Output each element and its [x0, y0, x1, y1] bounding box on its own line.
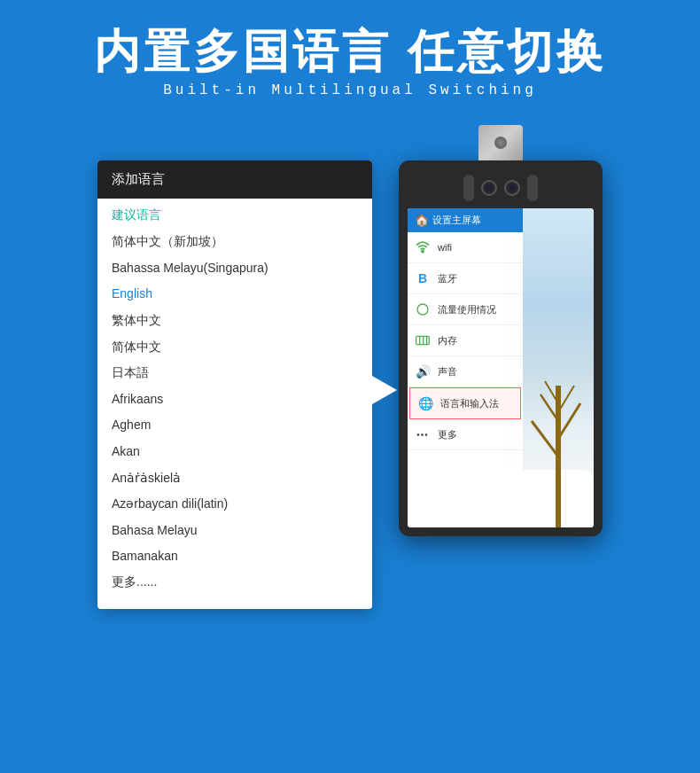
settings-header: 🏠 设置主屏幕 [408, 208, 523, 232]
device-screen: 🏠 设置主屏幕 wifiB蓝牙流量使用情况内存🔊声音🌐语言和输入法•••更多 [408, 208, 594, 527]
menu-item-language[interactable]: 🌐语言和输入法 [409, 387, 521, 419]
device-wrapper: 🏠 设置主屏幕 wifiB蓝牙流量使用情况内存🔊声音🌐语言和输入法•••更多 [399, 125, 603, 536]
device-mount [478, 125, 523, 160]
svg-line-1 [532, 421, 558, 457]
language-list-more: 更多...... [112, 570, 358, 595]
sensor-row [408, 169, 594, 208]
language-list-item[interactable]: Akan [112, 439, 358, 465]
main-title: 内置多国语言 任意切换 [0, 27, 700, 77]
menu-item-label: 更多 [438, 428, 457, 441]
menu-item-bluetooth[interactable]: B蓝牙 [408, 263, 523, 294]
language-list-item[interactable]: English [112, 281, 358, 308]
menu-item-label: 蓝牙 [438, 272, 457, 285]
menu-item-memory[interactable]: 内存 [408, 325, 523, 356]
language-list-item[interactable]: Aghem [112, 412, 358, 439]
menu-item-label: 内存 [438, 334, 457, 347]
device-menu: wifiB蓝牙流量使用情况内存🔊声音🌐语言和输入法•••更多 [408, 232, 523, 450]
settings-overlay: 🏠 设置主屏幕 wifiB蓝牙流量使用情况内存🔊声音🌐语言和输入法•••更多 [408, 208, 523, 527]
data-icon [415, 301, 431, 317]
language-popup: 添加语言 建议语言 简体中文（新加坡）Bahassa Melayu(Singap… [97, 160, 372, 609]
sensor-bar-right [527, 175, 538, 201]
language-list-item[interactable]: Bahassa Melayu(Singapura) [112, 255, 358, 282]
device-body: 🏠 设置主屏幕 wifiB蓝牙流量使用情况内存🔊声音🌐语言和输入法•••更多 [399, 160, 603, 536]
svg-point-6 [422, 251, 424, 253]
camera-sensor-left [481, 180, 497, 196]
mount-screw [494, 137, 507, 149]
menu-item-label: 语言和输入法 [440, 397, 499, 410]
language-icon: 🌐 [417, 395, 433, 411]
sensor-bar-left [463, 175, 474, 201]
lang-section-title: 建议语言 [97, 199, 372, 229]
lang-popup-header: 添加语言 [97, 160, 372, 199]
menu-item-sound[interactable]: 🔊声音 [408, 356, 523, 387]
sound-icon: 🔊 [415, 363, 431, 379]
language-list-item[interactable]: Azərbaycan dili(latin) [112, 491, 358, 518]
bluetooth-icon: B [415, 270, 431, 286]
svg-point-7 [417, 304, 428, 315]
camera-sensor-right [504, 180, 520, 196]
menu-item-more[interactable]: •••更多 [408, 419, 523, 450]
content-area: 添加语言 建议语言 简体中文（新加坡）Bahassa Melayu(Singap… [0, 116, 700, 609]
sub-title: Built-in Multilingual Switching [0, 82, 700, 98]
svg-line-2 [558, 403, 580, 439]
language-list-item[interactable]: 日本語 [112, 360, 358, 386]
language-list-item[interactable]: Bahasa Melayu [112, 518, 358, 544]
language-list-item[interactable]: Afrikaans [112, 386, 358, 413]
memory-icon [415, 332, 431, 348]
language-list-item[interactable]: 简体中文（新加坡） [112, 229, 358, 255]
language-list-item[interactable]: 简体中文 [112, 334, 358, 361]
language-list-item[interactable]: 繁体中文 [112, 308, 358, 334]
menu-item-label: 流量使用情况 [438, 303, 496, 316]
menu-item-data[interactable]: 流量使用情况 [408, 294, 523, 325]
speech-tail [372, 376, 397, 404]
menu-item-label: 声音 [438, 365, 457, 379]
wifi-icon [415, 239, 431, 255]
home-icon: 🏠 [415, 214, 429, 227]
menu-item-wifi[interactable]: wifi [408, 232, 523, 263]
language-list: 简体中文（新加坡）Bahassa Melayu(Singapura)Englis… [97, 229, 372, 609]
more-icon: ••• [415, 426, 431, 442]
header-section: 内置多国语言 任意切换 Built-in Multilingual Switch… [0, 0, 700, 107]
language-list-item[interactable]: Bamanakan [112, 543, 358, 570]
menu-item-label: wifi [438, 242, 452, 253]
language-list-item[interactable]: Anȧṙȧskielȧ [112, 465, 358, 492]
settings-header-text: 设置主屏幕 [432, 214, 481, 227]
